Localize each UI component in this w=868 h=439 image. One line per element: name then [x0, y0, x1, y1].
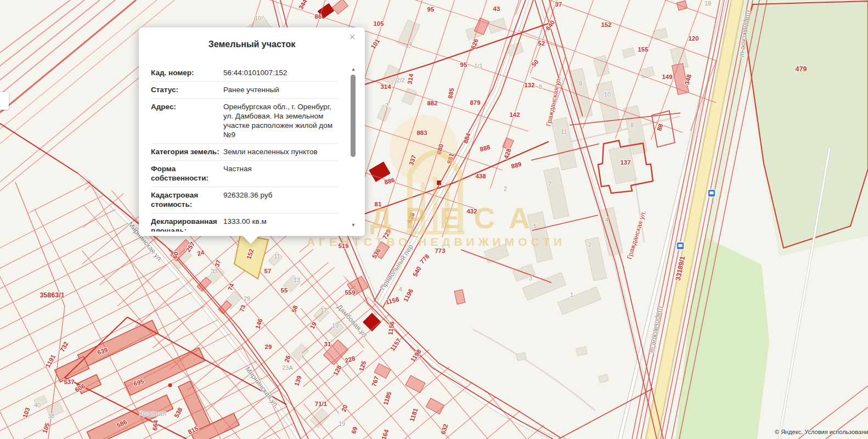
popup-field-row: Декларированная площадь:1333.00 кв.м: [151, 213, 339, 232]
popup-field-label: Адрес:: [151, 102, 221, 139]
scroll-down-arrow-icon[interactable]: ▼: [350, 222, 357, 228]
popup-field-row: Форма собственности:Частная: [151, 161, 339, 187]
map-canvas[interactable]: [0, 0, 868, 439]
popup-field-row: Кадастровая стоимость:926328.36 руб: [151, 187, 339, 213]
popup-field-value: Частная: [221, 164, 339, 183]
popup-field-row: Адрес:Оренбургская обл., г. Оренбург, ул…: [151, 99, 339, 144]
scroll-up-arrow-icon[interactable]: ▲: [350, 66, 357, 72]
popup-fields: Кад. номер:56:44:0101007:152Статус:Ранее…: [151, 65, 339, 232]
building: [516, 352, 526, 361]
popup-field-value: Земли населенных пунктов: [221, 147, 339, 156]
popup-scrollbar[interactable]: ▲ ▼: [350, 66, 357, 228]
popup-field-label: Декларированная площадь:: [151, 217, 221, 232]
popup-field-label: Кад. номер:: [151, 68, 221, 77]
cadastral-map-app: Мирнинская ул.Мирнинская ул.Дамбовая ул.…: [0, 0, 868, 439]
watermark-circle: [390, 115, 458, 183]
popup-field-value: Оренбургская обл., г. Оренбург, ул. Дамб…: [221, 102, 339, 139]
popup-field-value: 1333.00 кв.м: [221, 217, 339, 232]
popup-field-row: Статус:Ранее учтенный: [151, 82, 339, 99]
bus-stop-icon[interactable]: [708, 189, 715, 197]
terms-link[interactable]: Условия использования: [804, 429, 868, 435]
popup-field-row: Категория земель:Земли населенных пункто…: [151, 144, 339, 161]
map-point-marker: [168, 384, 172, 387]
copyright-text: © Яндекс,: [775, 429, 804, 435]
building: [599, 374, 608, 382]
map-attribution: © Яндекс, Условия использования: [775, 429, 868, 435]
popup-title: Земельный участок: [139, 40, 365, 49]
popup-field-label: Категория земель:: [151, 147, 221, 156]
parcel-info-popup: Земельный участок × Кад. номер:56:44:010…: [139, 27, 365, 236]
building: [576, 346, 588, 356]
popup-field-label: Кадастровая стоимость:: [151, 190, 221, 209]
bus-stop-icon[interactable]: [677, 242, 684, 250]
popup-field-row: Кад. номер:56:44:0101007:152: [151, 65, 339, 82]
popup-field-value: 56:44:0101007:152: [221, 68, 339, 77]
popup-field-label: Статус:: [151, 85, 221, 94]
popup-field-label: Форма собственности:: [151, 164, 221, 183]
close-icon[interactable]: ×: [346, 31, 358, 43]
popup-field-value: 926328.36 руб: [221, 190, 339, 209]
popup-field-value: Ранее учтенный: [221, 85, 339, 94]
map-control-widget[interactable]: [0, 92, 9, 110]
scrollbar-thumb[interactable]: [351, 75, 356, 157]
